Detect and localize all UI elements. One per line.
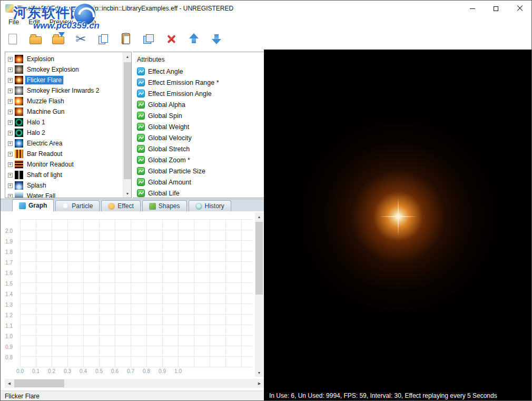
attribute-item[interactable]: Global Velocity (133, 132, 264, 143)
expand-plus-icon[interactable] (8, 141, 13, 146)
attribute-item[interactable]: Effect Emission Range * (133, 77, 264, 88)
expand-plus-icon[interactable] (8, 131, 13, 135)
close-button[interactable] (508, 1, 531, 16)
attribute-item[interactable]: Global Zoom * (133, 154, 264, 165)
effect-tree-item[interactable]: Halo 2 (5, 128, 123, 138)
tab-history[interactable]: History (189, 200, 231, 211)
effect-tree-item[interactable]: Muzzle Flash (5, 96, 123, 106)
graph-curve-icon (137, 167, 145, 175)
expand-plus-icon[interactable] (8, 120, 13, 125)
scrollbar-thumb[interactable] (14, 379, 64, 387)
effect-label: Water Fall (25, 192, 57, 198)
scroll-right-icon[interactable]: ▶ (255, 379, 264, 388)
graph-curve-icon (137, 156, 145, 164)
tab-bar: Graph Particle Effect Shapes History (1, 199, 264, 211)
minimize-button[interactable] (460, 1, 484, 16)
effect-tree-item[interactable]: Shaft of light (5, 170, 123, 180)
scroll-down-icon[interactable]: ▼ (123, 189, 132, 198)
scrollbar-thumb[interactable] (255, 222, 263, 295)
effect-tree-item[interactable]: Monitor Readout (5, 159, 123, 170)
effect-tree-item[interactable]: Flicker Flare (5, 75, 123, 85)
effect-tree-item[interactable]: Water Fall (5, 191, 123, 198)
attribute-item[interactable]: Global Amount (133, 177, 264, 188)
scroll-down-icon[interactable]: ▼ (255, 368, 263, 377)
effect-label: Splash (25, 181, 48, 190)
menu-item[interactable]: Help (77, 17, 101, 27)
y-tick-label: 1.8 (1, 247, 14, 258)
x-tick-label: 0.4 (75, 368, 91, 374)
delete-button[interactable] (161, 30, 181, 48)
new-effect-button[interactable] (3, 30, 23, 48)
expand-plus-icon[interactable] (8, 173, 13, 178)
expand-plus-icon[interactable] (8, 183, 13, 188)
graph-canvas[interactable] (20, 219, 252, 367)
attribute-label: Global Life (148, 190, 180, 197)
move-up-button[interactable] (184, 30, 204, 48)
attribute-item[interactable]: Effect Angle (133, 66, 264, 77)
expand-plus-icon[interactable] (8, 162, 13, 167)
effect-tree-item[interactable]: Bar Readout (5, 149, 123, 159)
tab-label: History (205, 202, 224, 210)
expand-plus-icon[interactable] (8, 194, 13, 198)
menu-item[interactable]: Preview (45, 17, 77, 27)
tab-icon (108, 203, 115, 210)
move-down-button[interactable] (206, 30, 226, 48)
expand-plus-icon[interactable] (8, 152, 13, 157)
effect-preview-canvas[interactable] (264, 50, 532, 401)
expand-plus-icon[interactable] (8, 67, 13, 72)
tab-shapes[interactable]: Shapes (142, 200, 187, 211)
tab-effect[interactable]: Effect (101, 200, 140, 211)
effect-tree-item[interactable]: Electric Area (5, 138, 123, 149)
effect-thumbnail (15, 107, 23, 116)
effect-tree-item[interactable]: Splash (5, 180, 123, 191)
copy-button[interactable] (93, 30, 113, 48)
status-performance: In Use: 6, Un Used: 9994, FPS: 59, Inter… (264, 390, 532, 401)
app-window: TimelineFX Editor v1.36 - zip::incbin::L… (0, 0, 532, 401)
effect-tree-item[interactable]: Explosion (5, 54, 123, 64)
menu-item[interactable]: File (4, 17, 24, 27)
duplicate-button[interactable] (139, 30, 159, 48)
graph-horizontal-scrollbar[interactable]: ◀ ▶ (5, 379, 264, 388)
effect-label: Monitor Readout (25, 160, 75, 169)
cut-button[interactable] (71, 30, 91, 48)
tab-particle[interactable]: Particle (55, 200, 100, 211)
attribute-item[interactable]: Global Alpha (133, 99, 264, 110)
flare-spike-vertical (398, 197, 399, 236)
scroll-left-icon[interactable]: ◀ (5, 379, 14, 388)
scroll-up-icon[interactable]: ▲ (255, 212, 263, 221)
y-tick-label: 1.1 (1, 321, 14, 331)
scroll-up-icon[interactable]: ▲ (123, 52, 132, 61)
library-scrollbar[interactable]: ▲ ▼ (123, 52, 131, 198)
x-tick-label: 0.5 (91, 368, 107, 374)
effect-tree-item[interactable]: Halo 1 (5, 117, 123, 128)
expand-plus-icon[interactable] (8, 110, 13, 114)
effect-label: Muzzle Flash (25, 97, 66, 105)
effect-tree-item[interactable]: Smokey Explosion (5, 64, 123, 75)
attribute-item[interactable]: Global Stretch (133, 143, 264, 154)
tab-graph[interactable]: Graph (12, 199, 54, 211)
tab-label: Graph (28, 202, 47, 209)
toolbar-button-icon (52, 36, 64, 44)
menu-item[interactable]: Edit (24, 17, 45, 27)
paste-button[interactable] (116, 30, 136, 48)
attribute-item[interactable]: Effect Emission Angle (133, 88, 264, 99)
expand-plus-icon[interactable] (8, 99, 13, 104)
expand-plus-icon[interactable] (8, 89, 13, 93)
maximize-button[interactable] (484, 1, 508, 16)
effect-tree-item[interactable]: Smokey Flicker Inwards 2 (5, 85, 123, 96)
graph-x-axis: 0.00.10.20.30.40.50.60.70.80.91.0 (12, 368, 186, 374)
status-selected-effect: Flicker Flare (1, 390, 264, 401)
attribute-item[interactable]: Global Spin (133, 110, 264, 121)
tab-icon (195, 203, 202, 210)
expand-plus-icon[interactable] (8, 57, 13, 62)
graph-vertical-scrollbar[interactable]: ▲ ▼ (255, 212, 263, 377)
attribute-item[interactable]: Global Weight (133, 121, 264, 132)
attribute-item[interactable]: Global Life (133, 188, 264, 199)
import-library-button[interactable] (48, 30, 68, 48)
expand-plus-icon[interactable] (8, 78, 13, 83)
toolbar-button-icon (166, 34, 176, 44)
open-library-button[interactable] (25, 30, 45, 48)
attribute-item[interactable]: Global Particle Size (133, 165, 264, 177)
scrollbar-thumb[interactable] (124, 62, 131, 179)
effect-tree-item[interactable]: Machine Gun (5, 106, 123, 117)
